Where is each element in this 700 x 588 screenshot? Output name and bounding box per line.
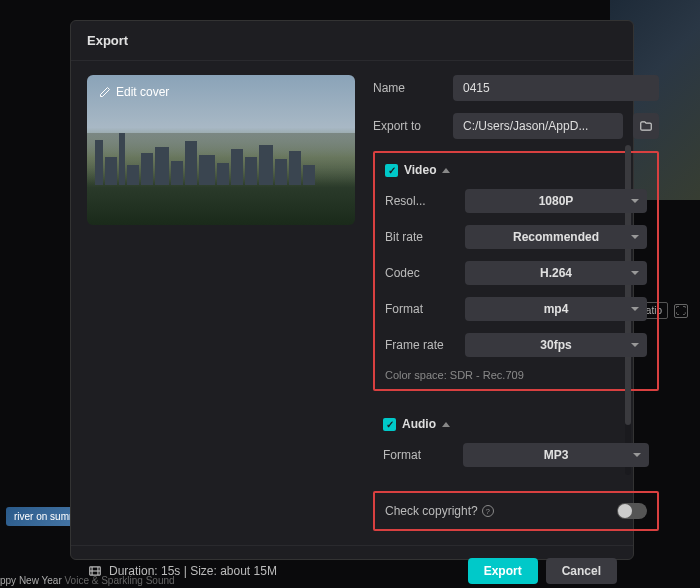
export-to-label: Export to: [373, 119, 443, 133]
framerate-dropdown[interactable]: 30fps: [465, 333, 647, 357]
audio-format-label: Format: [383, 448, 453, 462]
dialog-title: Export: [71, 21, 633, 61]
edit-cover-button[interactable]: Edit cover: [99, 85, 169, 99]
fullscreen-icon[interactable]: ⛶: [674, 304, 688, 318]
caret-up-icon: [442, 422, 450, 427]
cancel-button[interactable]: Cancel: [546, 558, 617, 584]
bitrate-dropdown[interactable]: Recommended: [465, 225, 647, 249]
resolution-dropdown[interactable]: 1080P: [465, 189, 647, 213]
export-meta: Duration: 15s | Size: about 15M: [87, 564, 277, 578]
name-label: Name: [373, 81, 443, 95]
framerate-label: Frame rate: [385, 338, 455, 352]
dialog-footer: Duration: 15s | Size: about 15M Export C…: [71, 545, 633, 588]
audio-section-title: Audio: [402, 417, 436, 431]
browse-folder-button[interactable]: [633, 113, 659, 139]
audio-section: Audio Format MP3: [373, 407, 659, 487]
copyright-label: Check copyright?: [385, 504, 478, 518]
audio-checkbox[interactable]: [383, 418, 396, 431]
export-to-input[interactable]: [453, 113, 623, 139]
codec-dropdown[interactable]: H.264: [465, 261, 647, 285]
meta-text: Duration: 15s | Size: about 15M: [109, 564, 277, 578]
bitrate-label: Bit rate: [385, 230, 455, 244]
video-section-header[interactable]: Video: [385, 163, 647, 177]
resolution-label: Resol...: [385, 194, 455, 208]
info-icon[interactable]: ?: [482, 505, 494, 517]
video-section-title: Video: [404, 163, 436, 177]
left-column: Edit cover: [87, 75, 359, 531]
dialog-body: Edit cover Name Export to Video: [71, 61, 633, 545]
pencil-icon: [99, 86, 111, 98]
audio-section-header[interactable]: Audio: [383, 417, 649, 431]
copyright-section: Check copyright? ?: [373, 491, 659, 531]
folder-icon: [639, 119, 653, 133]
video-checkbox[interactable]: [385, 164, 398, 177]
audio-format-dropdown[interactable]: MP3: [463, 443, 649, 467]
export-dialog: Export: [70, 20, 634, 560]
film-icon: [87, 564, 103, 578]
export-button[interactable]: Export: [468, 558, 538, 584]
color-space-text: Color space: SDR - Rec.709: [385, 369, 647, 381]
format-dropdown[interactable]: mp4: [465, 297, 647, 321]
codec-label: Codec: [385, 266, 455, 280]
format-label: Format: [385, 302, 455, 316]
copyright-toggle[interactable]: [617, 503, 647, 519]
caret-up-icon: [442, 168, 450, 173]
cover-preview: Edit cover: [87, 75, 355, 225]
name-input[interactable]: [453, 75, 659, 101]
edit-cover-label: Edit cover: [116, 85, 169, 99]
video-section: Video Resol... 1080P Bit rate Recommende…: [373, 151, 659, 391]
right-column: Name Export to Video Resol... 1080P: [359, 75, 665, 531]
